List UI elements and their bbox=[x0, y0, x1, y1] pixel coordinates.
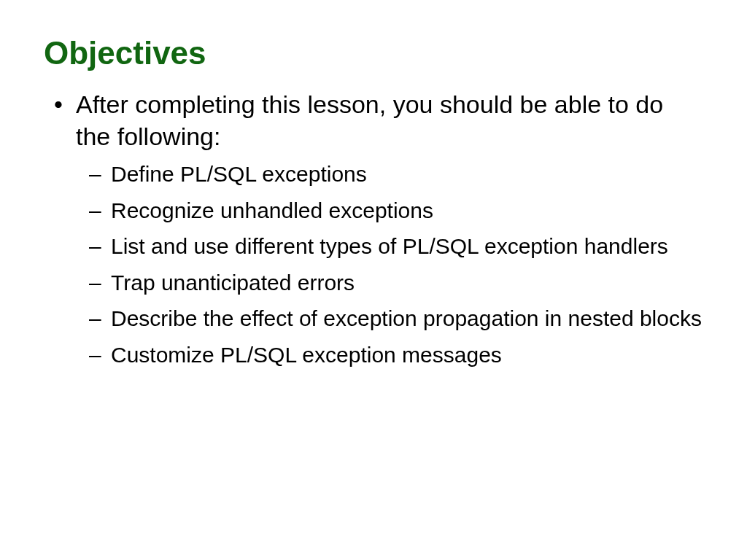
list-item: Recognize unhandled exceptions bbox=[111, 196, 703, 225]
list-item: List and use different types of PL/SQL e… bbox=[111, 232, 703, 261]
bullet-list-level1: After completing this lesson, you should… bbox=[44, 89, 703, 370]
list-item: Define PL/SQL exceptions bbox=[111, 160, 703, 189]
bullet-list-level2: Define PL/SQL exceptions Recognize unhan… bbox=[76, 160, 703, 370]
slide: Objectives After completing this lesson,… bbox=[0, 0, 747, 560]
intro-text: After completing this lesson, you should… bbox=[76, 90, 663, 150]
list-item: Describe the effect of exception propaga… bbox=[111, 304, 703, 333]
slide-title: Objectives bbox=[44, 35, 703, 71]
intro-bullet: After completing this lesson, you should… bbox=[76, 89, 703, 370]
list-item: Customize PL/SQL exception messages bbox=[111, 341, 703, 370]
list-item: Trap unanticipated errors bbox=[111, 268, 703, 298]
